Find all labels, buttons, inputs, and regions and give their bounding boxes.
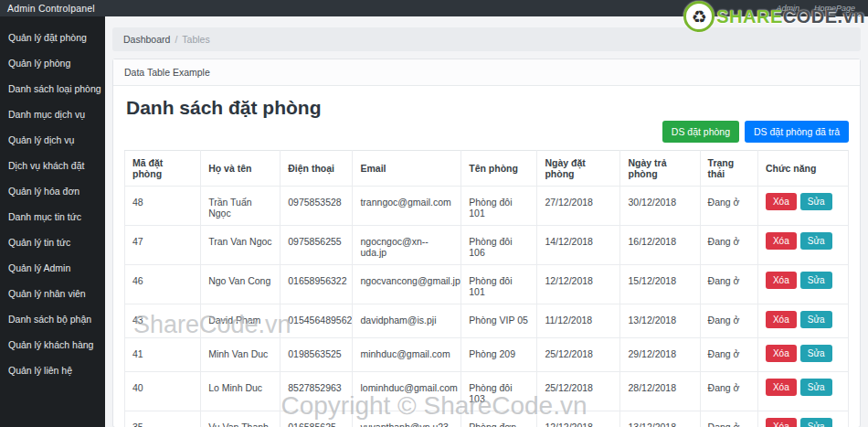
sidebar-item[interactable]: Quản lý đặt phòng: [0, 25, 105, 50]
cell-email: minhduc@gmail.com: [353, 338, 461, 372]
cell-checkout: 13/12/2018: [620, 411, 700, 427]
table-body: 48Trần Tuấn Ngọc0975853528tranngoc@gmail…: [125, 187, 849, 427]
cell-checkin: 11/12/2018: [537, 304, 620, 338]
column-header: Ngày đặt phòng: [537, 151, 620, 187]
cell-checkin: 25/12/2018: [537, 338, 620, 372]
breadcrumb-dashboard[interactable]: Dashboard: [123, 34, 170, 45]
cell-checkin: 12/12/2018: [537, 265, 620, 304]
delete-button[interactable]: Xóa: [766, 379, 797, 396]
cell-name: Lo Minh Duc: [201, 372, 281, 411]
column-header: Họ và tên: [201, 151, 281, 187]
cell-email: ngocvancong@gmail.jp: [353, 265, 461, 304]
edit-button[interactable]: Sửa: [800, 232, 832, 250]
cell-checkout: 29/12/2018: [620, 338, 700, 372]
sidebar-item[interactable]: Quản lý phòng: [0, 50, 105, 76]
edit-button[interactable]: Sửa: [800, 379, 832, 396]
table-row: 40Lo Minh Duc8527852963lominhduc@gmail.c…: [125, 372, 849, 411]
delete-button[interactable]: Xóa: [766, 193, 797, 210]
edit-button[interactable]: Sửa: [800, 345, 832, 362]
cell-name: Tran Van Ngoc: [201, 226, 281, 265]
cell-checkin: 12/12/2018: [537, 411, 620, 427]
edit-button[interactable]: Sửa: [800, 193, 832, 210]
cell-status: Đang ở: [700, 372, 757, 411]
edit-button[interactable]: Sửa: [800, 272, 832, 289]
cell-id: 43: [125, 304, 201, 338]
cell-actions: XóaSửa: [757, 338, 848, 372]
topbar-link-homepage[interactable]: HomePage: [814, 4, 855, 13]
cell-actions: XóaSửa: [757, 372, 848, 411]
column-header: Trạng thái: [700, 151, 757, 187]
cell-phone: 015456489562: [281, 304, 353, 338]
sidebar-item[interactable]: Danh mục tin tức: [0, 204, 105, 230]
sidebar-item[interactable]: Danh mục dịch vụ: [0, 101, 105, 127]
edit-button[interactable]: Sửa: [800, 311, 832, 328]
column-header: Điện thoại: [281, 151, 353, 187]
sidebar-item[interactable]: Quản lý nhân viên: [0, 281, 105, 306]
table-row: 47Tran Van Ngoc0975856255ngocngoc@xn--ud…: [125, 226, 849, 265]
cell-room: Phòng đôi 101: [461, 265, 537, 304]
card-header: Data Table Example: [113, 59, 860, 86]
table-header-row: Mã đặt phòngHọ và tênĐiện thoạiEmailTên …: [125, 151, 849, 187]
cell-actions: XóaSửa: [757, 411, 848, 427]
card-body: Danh sách đặt phòng DS đặt phòng DS đặt …: [113, 86, 860, 427]
cell-status: Đang ở: [700, 304, 757, 338]
topbar-link-admin[interactable]: Admin: [776, 4, 799, 13]
column-header: Email: [353, 151, 461, 187]
edit-button[interactable]: Sửa: [800, 418, 832, 427]
app-title: Admin Controlpanel: [7, 3, 95, 14]
sidebar-item[interactable]: Dịch vụ khách đặt: [0, 153, 105, 178]
sidebar-item[interactable]: Quản lý Admin: [0, 255, 105, 281]
cell-checkout: 30/12/2018: [620, 187, 700, 226]
column-header: Ngày trả phòng: [620, 151, 700, 187]
cell-checkout: 15/12/2018: [620, 265, 700, 304]
table-row: 41Minh Van Duc0198563525minhduc@gmail.co…: [125, 338, 849, 372]
cell-status: Đang ở: [700, 265, 757, 304]
column-header: Chức năng: [757, 151, 848, 187]
cell-email: tranngoc@gmail.com: [353, 187, 461, 226]
table-row: 43David Pham015456489562davidpham@is.pji…: [125, 304, 849, 338]
cell-room: Phòng đôi 103: [461, 372, 537, 411]
returned-bookings-button[interactable]: DS đặt phòng đã trả: [745, 121, 849, 143]
cell-status: Đang ở: [700, 411, 757, 427]
admin-panel-screen: Admin Controlpanel Admin HomePage Quản l…: [0, 0, 868, 427]
cell-email: ngocngoc@xn--uda.jp: [353, 226, 461, 265]
column-header: Mã đặt phòng: [125, 151, 201, 187]
cell-room: Phòng 209: [461, 338, 537, 372]
cell-room: Phòng đôi 101: [461, 187, 537, 226]
cell-id: 46: [125, 265, 201, 304]
bookings-list-button[interactable]: DS đặt phòng: [662, 121, 739, 143]
cell-actions: XóaSửa: [757, 265, 848, 304]
sidebar-item[interactable]: Quản lý tin tức: [0, 230, 105, 255]
page-title: Danh sách đặt phòng: [126, 97, 849, 119]
breadcrumb: Dashboard/Tables: [112, 27, 861, 51]
cell-checkin: 27/12/2018: [537, 187, 620, 226]
cell-actions: XóaSửa: [757, 226, 848, 265]
delete-button[interactable]: Xóa: [766, 272, 797, 289]
table-row: 48Trần Tuấn Ngọc0975853528tranngoc@gmail…: [125, 187, 849, 226]
cell-room: Phòng đôi 106: [461, 226, 537, 265]
cell-phone: 0198563525: [281, 338, 353, 372]
sidebar-item[interactable]: Quản lý hóa đơn: [0, 178, 105, 204]
delete-button[interactable]: Xóa: [766, 311, 797, 328]
cell-id: 48: [125, 187, 201, 226]
sidebar-item[interactable]: Danh sách loại phòng: [0, 76, 105, 101]
bookings-table: Mã đặt phòngHọ và tênĐiện thoạiEmailTên …: [124, 150, 849, 427]
sidebar-nav: Quản lý đặt phòngQuản lý phòngDanh sách …: [0, 16, 105, 427]
cell-actions: XóaSửa: [757, 187, 848, 226]
delete-button[interactable]: Xóa: [766, 418, 797, 427]
cell-checkin: 14/12/2018: [537, 226, 620, 265]
cell-phone: 016585625: [281, 411, 353, 427]
delete-button[interactable]: Xóa: [766, 232, 797, 250]
sidebar-item[interactable]: Quản lý dịch vụ: [0, 127, 105, 153]
sidebar-item[interactable]: Danh sách bộ phận: [0, 306, 105, 332]
topbar: Admin Controlpanel Admin HomePage: [0, 0, 868, 16]
cell-name: David Pham: [201, 304, 281, 338]
cell-phone: 0975856255: [281, 226, 353, 265]
delete-button[interactable]: Xóa: [766, 345, 797, 362]
cell-phone: 0975853528: [281, 187, 353, 226]
cell-name: Vu Van Thanh: [201, 411, 281, 427]
column-header: Tên phòng: [461, 151, 537, 187]
sidebar-item[interactable]: Quản lý khách hàng: [0, 332, 105, 358]
sidebar-item[interactable]: Quản lý liên hệ: [0, 358, 105, 383]
cell-status: Đang ở: [700, 187, 757, 226]
